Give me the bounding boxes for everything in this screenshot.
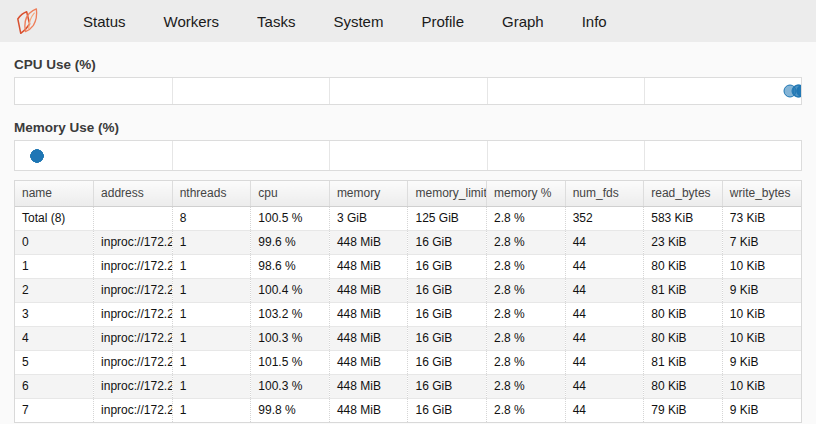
column-header-write-bytes[interactable]: write_bytes	[722, 181, 801, 206]
cell-read-bytes: 80 KiB	[644, 254, 723, 278]
cell-memory-: 2.8 %	[487, 278, 566, 302]
cell-memory-: 2.8 %	[487, 398, 566, 422]
table-row[interactable]: 2inproc://172.201100.4 %448 MiB16 GiB2.8…	[15, 278, 801, 302]
cell-name: 3	[15, 302, 94, 326]
cell-memory-: 2.8 %	[487, 302, 566, 326]
dask-logo-icon[interactable]	[10, 4, 44, 38]
cell-num-fds: 44	[565, 278, 644, 302]
cell-memory-: 2.8 %	[487, 326, 566, 350]
plot-gridline	[329, 141, 330, 170]
cell-cpu: 103.2 %	[251, 302, 330, 326]
top-navbar: StatusWorkersTasksSystemProfileGraphInfo	[0, 0, 816, 42]
table-row[interactable]: Total (8)8100.5 %3 GiB125 GiB2.8 %352583…	[15, 206, 801, 230]
cell-read-bytes: 23 KiB	[644, 230, 723, 254]
worker-data-point[interactable]	[793, 85, 802, 98]
cell-nthreads: 1	[172, 398, 251, 422]
cell-cpu: 101.5 %	[251, 350, 330, 374]
cell-cpu: 100.5 %	[251, 206, 330, 230]
nav-item-tasks[interactable]: Tasks	[238, 4, 314, 39]
cell-read-bytes: 80 KiB	[644, 326, 723, 350]
cell-read-bytes: 81 KiB	[644, 350, 723, 374]
cell-memory-: 2.8 %	[487, 254, 566, 278]
table-row[interactable]: 5inproc://172.201101.5 %448 MiB16 GiB2.8…	[15, 350, 801, 374]
cell-memory: 448 MiB	[329, 302, 408, 326]
cell-read-bytes: 79 KiB	[644, 398, 723, 422]
cell-memory: 448 MiB	[329, 230, 408, 254]
cell-num-fds: 44	[565, 302, 644, 326]
cell-memory-limit: 16 GiB	[408, 350, 487, 374]
cell-name: Total (8)	[15, 206, 94, 230]
nav-item-status[interactable]: Status	[64, 4, 145, 39]
cell-memory: 448 MiB	[329, 278, 408, 302]
plot-gridline	[644, 141, 645, 170]
cell-name: 2	[15, 278, 94, 302]
plot-gridline	[487, 78, 488, 104]
plot-gridline	[644, 78, 645, 104]
memory-use-plot[interactable]	[14, 140, 802, 171]
cell-cpu: 99.6 %	[251, 230, 330, 254]
cell-write-bytes: 9 KiB	[722, 350, 801, 374]
cell-write-bytes: 9 KiB	[722, 278, 801, 302]
table-row[interactable]: 1inproc://172.20198.6 %448 MiB16 GiB2.8 …	[15, 254, 801, 278]
cell-address	[94, 206, 173, 230]
cell-read-bytes: 80 KiB	[644, 374, 723, 398]
cell-address: inproc://172.20	[94, 254, 173, 278]
table-row[interactable]: 7inproc://172.20199.8 %448 MiB16 GiB2.8 …	[15, 398, 801, 422]
cell-address: inproc://172.20	[94, 398, 173, 422]
cell-memory: 448 MiB	[329, 350, 408, 374]
cell-address: inproc://172.20	[94, 374, 173, 398]
cell-memory-limit: 16 GiB	[408, 254, 487, 278]
worker-data-point[interactable]	[31, 149, 44, 162]
column-header-cpu[interactable]: cpu	[251, 181, 330, 206]
table-row[interactable]: 0inproc://172.20199.6 %448 MiB16 GiB2.8 …	[15, 230, 801, 254]
cell-write-bytes: 10 KiB	[722, 302, 801, 326]
cell-num-fds: 44	[565, 350, 644, 374]
cell-read-bytes: 583 KiB	[644, 206, 723, 230]
nav-item-graph[interactable]: Graph	[483, 4, 563, 39]
table-row[interactable]: 6inproc://172.201100.3 %448 MiB16 GiB2.8…	[15, 374, 801, 398]
cell-memory-limit: 16 GiB	[408, 278, 487, 302]
cell-write-bytes: 10 KiB	[722, 254, 801, 278]
cell-name: 5	[15, 350, 94, 374]
column-header-num-fds[interactable]: num_fds	[565, 181, 644, 206]
column-header-nthreads[interactable]: nthreads	[172, 181, 251, 206]
column-header-address[interactable]: address	[94, 181, 173, 206]
cell-cpu: 100.3 %	[251, 374, 330, 398]
cell-memory-: 2.8 %	[487, 230, 566, 254]
cell-memory: 448 MiB	[329, 398, 408, 422]
cell-name: 4	[15, 326, 94, 350]
cell-read-bytes: 81 KiB	[644, 278, 723, 302]
cell-memory: 448 MiB	[329, 374, 408, 398]
table-row[interactable]: 3inproc://172.201103.2 %448 MiB16 GiB2.8…	[15, 302, 801, 326]
column-header-read-bytes[interactable]: read_bytes	[644, 181, 723, 206]
cell-cpu: 100.3 %	[251, 326, 330, 350]
cell-nthreads: 1	[172, 230, 251, 254]
cpu-use-plot[interactable]	[14, 77, 802, 105]
main-content: CPU Use (%) Memory Use (%) nameaddressnt…	[0, 57, 816, 423]
cell-address: inproc://172.20	[94, 230, 173, 254]
column-header-name[interactable]: name	[15, 181, 94, 206]
cell-write-bytes: 9 KiB	[722, 398, 801, 422]
cell-memory: 3 GiB	[329, 206, 408, 230]
table-row[interactable]: 4inproc://172.201100.3 %448 MiB16 GiB2.8…	[15, 326, 801, 350]
cell-cpu: 100.4 %	[251, 278, 330, 302]
cell-memory-limit: 125 GiB	[408, 206, 487, 230]
cell-memory: 448 MiB	[329, 326, 408, 350]
cell-memory-: 2.8 %	[487, 206, 566, 230]
nav-item-workers[interactable]: Workers	[145, 4, 239, 39]
column-header-memory[interactable]: memory	[329, 181, 408, 206]
cell-cpu: 98.6 %	[251, 254, 330, 278]
memory-chart-title: Memory Use (%)	[14, 120, 802, 135]
cell-memory-limit: 16 GiB	[408, 374, 487, 398]
cell-memory-limit: 16 GiB	[408, 398, 487, 422]
column-header-memory-[interactable]: memory %	[487, 181, 566, 206]
column-header-memory-limit[interactable]: memory_limit	[408, 181, 487, 206]
cell-nthreads: 1	[172, 326, 251, 350]
nav-item-profile[interactable]: Profile	[402, 4, 483, 39]
cell-write-bytes: 73 KiB	[722, 206, 801, 230]
nav-item-system[interactable]: System	[314, 4, 402, 39]
cell-memory-limit: 16 GiB	[408, 230, 487, 254]
nav-item-info[interactable]: Info	[563, 4, 626, 39]
cell-address: inproc://172.20	[94, 326, 173, 350]
cell-write-bytes: 10 KiB	[722, 374, 801, 398]
